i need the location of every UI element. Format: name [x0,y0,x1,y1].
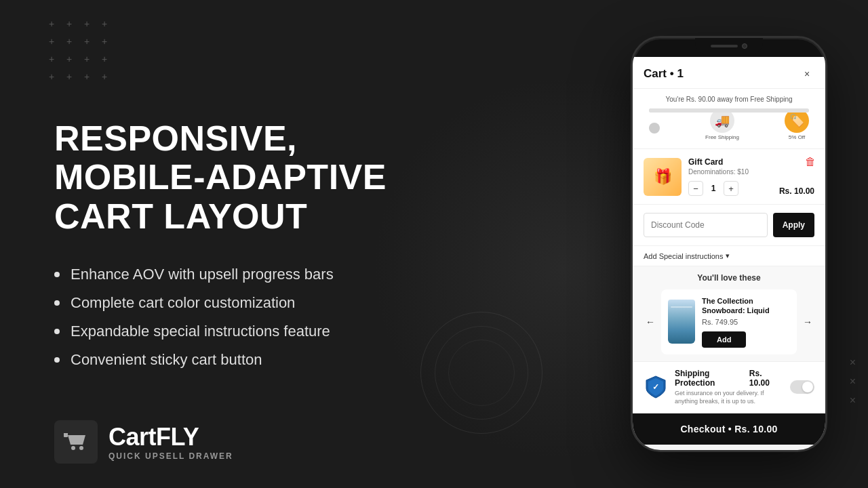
chevron-down-icon: ▾ [726,251,730,260]
progress-start-icon [649,123,660,134]
item-name: Gift Card [688,157,772,167]
discount-label: 5% Off [789,134,805,140]
phone-frame: Cart • 1 × You're Rs. 90.00 away from Fr… [631,36,827,452]
list-item: Enhance AOV with upsell progress bars [54,266,434,283]
brand-name: CartFLY [108,423,233,451]
bullet-icon [54,300,60,306]
volume-up-button [631,116,632,140]
upsell-product-name: The Collection Snowboard: Liquid [702,296,790,316]
shipping-protection-desc: Get insurance on your delivery. If anyth… [675,389,783,406]
list-item: Convenient sticky cart button [54,351,434,369]
item-image: 🎁 [644,158,682,196]
free-shipping-label: Free Shipping [705,134,739,140]
shipping-protection-info: Shipping Protection Rs. 10.00 Get insura… [675,369,783,406]
quantity-increase-button[interactable]: + [724,181,738,196]
special-instructions-section: Add Special instructions ▾ [633,246,825,266]
logo-text-block: CartFLY QUICK UPSELL DRAWER [108,423,233,461]
progress-text: You're Rs. 90.00 away from Free Shipping [644,96,814,103]
volume-down-button [631,146,632,170]
quantity-decrease-button[interactable]: − [688,181,703,196]
upsell-section: You'll love these ← The Collection Snowb… [633,266,825,362]
checkout-bar[interactable]: Checkout • Rs. 10.00 [633,413,825,445]
checkout-button-label: Checkout • Rs. 10.00 [680,424,777,434]
speaker [711,45,738,47]
logo-icon [54,420,98,464]
toggle-knob [802,382,813,392]
upsell-prev-button[interactable]: ← [644,315,657,329]
upsell-info: The Collection Snowboard: Liquid Rs. 749… [702,296,790,348]
upsell-add-button[interactable]: Add [702,331,746,348]
bullet-icon [54,329,60,334]
shipping-protection-section: ✓ Shipping Protection Rs. 10.00 Get insu… [633,362,825,413]
camera [742,43,747,49]
feature-list: Enhance AOV with upsell progress bars Co… [54,266,434,369]
mute-button [631,92,632,109]
left-panel: RESPONSIVE, MOBILE-ADAPTIVE CART LAYOUT … [0,0,488,488]
close-icon[interactable]: × [800,66,814,81]
cart-item: 🎁 Gift Card Denominations: $10 − 1 + Rs.… [633,149,825,205]
upsell-next-button[interactable]: → [801,315,814,329]
progress-icons: 🚚 Free Shipping 🏷️ 5% Off [649,117,809,140]
shipping-protection-toggle[interactable] [790,380,814,394]
discount-section: Apply [633,205,825,246]
list-item: Complete cart color customization [54,294,434,312]
bullet-icon [54,357,60,363]
x-marks-decoration: × × × [850,357,856,407]
cart-logo-svg [62,428,90,455]
progress-section: You're Rs. 90.00 away from Free Shipping… [633,89,825,149]
svg-point-1 [71,446,75,450]
page-title: RESPONSIVE, MOBILE-ADAPTIVE CART LAYOUT [54,119,434,236]
progress-bar [649,108,809,113]
list-item: Expandable special instructions feature [54,323,434,340]
power-button [826,106,827,133]
delete-item-icon[interactable]: 🗑 [805,156,816,168]
apply-discount-button[interactable]: Apply [773,213,814,237]
upsell-product-price: Rs. 749.95 [702,318,790,326]
svg-text:✓: ✓ [652,382,659,392]
svg-point-2 [79,446,83,450]
product-image [668,300,695,344]
bullet-icon [54,272,60,277]
upsell-card: The Collection Snowboard: Liquid Rs. 749… [661,289,797,354]
phone-screen: Cart • 1 × You're Rs. 90.00 away from Fr… [633,57,825,450]
shipping-protection-title: Shipping Protection [675,369,749,388]
item-price: Rs. 10.00 [779,186,814,196]
special-instructions-toggle[interactable]: Add Special instructions ▾ [644,251,814,260]
discount-code-input[interactable] [644,213,768,237]
shield-icon: ✓ [644,375,668,399]
quantity-row: − 1 + [688,181,772,196]
item-details: Gift Card Denominations: $10 − 1 + [688,157,772,196]
progress-fill [649,108,769,113]
upsell-title: You'll love these [644,273,814,283]
cart-title: Cart • 1 [644,67,684,81]
shipping-protection-price: Rs. 10.00 [749,369,783,388]
cart-header: Cart • 1 × [633,57,825,89]
brand-subtitle: QUICK UPSELL DRAWER [108,451,233,461]
item-variant: Denominations: $10 [688,168,772,176]
quantity-value: 1 [709,184,718,193]
logo-area: CartFLY QUICK UPSELL DRAWER [54,420,233,464]
phone-mockup: Cart • 1 × You're Rs. 90.00 away from Fr… [631,36,827,452]
phone-notch [695,38,763,54]
